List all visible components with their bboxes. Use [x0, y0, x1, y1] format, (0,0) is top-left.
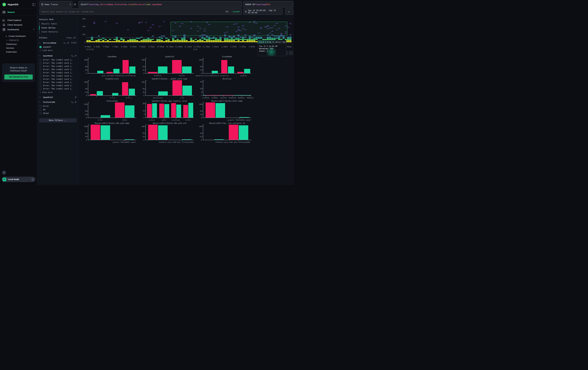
tab-event-patterns[interactable]: Event Patterns [39, 30, 77, 34]
sidebar-item-clickhouse[interactable]: ClickHouse [0, 42, 37, 46]
filter-option[interactable]: Error: The credit card (… [40, 61, 77, 65]
checkbox[interactable] [40, 81, 42, 83]
checkbox-label: Ok [43, 109, 45, 111]
filter-group-statuscode[interactable]: StatusCode [39, 100, 77, 104]
clear-group-button[interactable]: Clear [71, 42, 77, 44]
tab-event-deltas[interactable]: Event Deltas [39, 26, 77, 30]
sidebar-item-client-sessions[interactable]: Client Sessions [0, 22, 37, 27]
y-tick-label: 50 [138, 88, 144, 90]
sidebar-item-kubernetes[interactable]: Kubernetes [0, 50, 37, 54]
search-icon[interactable] [71, 101, 73, 103]
more-filters-button[interactable]: More filters [39, 118, 77, 122]
filter-option[interactable]: Error: The credit card (… [40, 71, 77, 74]
checkbox[interactable] [40, 75, 42, 77]
filter-option[interactable]: Error: The credit card (… [40, 87, 77, 90]
pin-icon[interactable] [74, 55, 77, 57]
x-tick [152, 118, 152, 119]
pin-icon[interactable] [74, 101, 77, 103]
checkbox[interactable] [40, 112, 42, 114]
checkbox-checked[interactable]: ✓ [40, 46, 42, 48]
show-more-button[interactable]: Show more [40, 91, 53, 94]
checkbox[interactable] [40, 69, 42, 71]
sidebar-collapse-icon[interactable] [32, 3, 35, 6]
x-tick [164, 118, 164, 119]
inlier-bar [182, 66, 192, 73]
lang-sql-toggle[interactable]: SQL [225, 10, 229, 13]
date-range-picker[interactable]: Sep 14 18:00:00 - Sep 15 05:30:00 [243, 8, 283, 15]
search-icon[interactable] [63, 42, 65, 44]
checkbox[interactable] [40, 72, 42, 74]
checkbox[interactable] [40, 88, 42, 90]
get-started-button[interactable]: Get Started for Free [4, 74, 33, 80]
search-input[interactable] [42, 10, 224, 13]
checkbox[interactable] [40, 109, 42, 111]
sidebar: ⚡ HyperDX Search Chart Explorer Client S… [0, 0, 37, 185]
filter-group-spankind[interactable]: SpanKind [39, 96, 77, 99]
chart-plot: 02550100payment-7985c8969c-mwmw7 [88, 125, 136, 140]
inlier-bar [97, 71, 103, 73]
y-axis-tick: 200 [79, 33, 85, 36]
checkbox[interactable] [40, 78, 42, 80]
filter-option[interactable]: Error [40, 105, 77, 108]
logo-row: ⚡ HyperDX [2, 2, 35, 7]
x-tick [232, 96, 233, 97]
y-tick-label: 100 [138, 81, 144, 83]
heatmap-tooltip: Click & Drag to Select Data Sep 15 5:10:… [258, 40, 286, 56]
tab-results-table[interactable]: Results Table [39, 22, 77, 26]
x-tick [129, 73, 130, 74]
sidebar-item-dashboards[interactable]: Dashboards [0, 27, 37, 32]
checkbox[interactable] [40, 59, 42, 61]
y-tick-label: 50 [81, 132, 87, 134]
inlier-bar [240, 117, 249, 118]
lang-lucene-toggle[interactable]: Lucene [233, 10, 240, 13]
pin-icon[interactable] [67, 42, 69, 44]
help-button[interactable]: ? [2, 170, 6, 175]
filter-group-spanname[interactable]: SpanName [39, 54, 77, 57]
order-by-input[interactable]: ORDER BY Timestamp DESC [243, 1, 293, 8]
checkbox[interactable] [40, 105, 42, 107]
x-axis-tick: 6:30pm [94, 46, 100, 48]
sidebar-item-chart-explorer[interactable]: Chart Explorer [0, 18, 37, 22]
checkbox[interactable] [40, 62, 42, 64]
y-tick-dash [145, 89, 145, 89]
local-mode-button[interactable]: U Local mode › [2, 177, 35, 182]
x-tick [158, 73, 158, 74]
filter-option[interactable]: Error: The credit card (… [40, 68, 77, 71]
filter-option[interactable]: Error: The credit card (… [40, 81, 77, 84]
y-tick-dash [145, 133, 145, 133]
chart-title: ResourceAttributes.k8s.pod.name [88, 122, 136, 124]
clear-all-button[interactable]: Clear all [66, 37, 76, 39]
sql-select-input[interactable]: SELECT Timestamp, ServiceName, StatusCod… [78, 1, 242, 8]
search-icon[interactable] [71, 55, 73, 57]
filter-option[interactable]: Error: The credit card (… [40, 65, 77, 68]
next-page-button[interactable]: › [289, 51, 293, 55]
y-tick-label: 0 [81, 72, 87, 74]
sidebar-item-label: Dashboards [7, 28, 19, 31]
filter-option[interactable]: Unset [40, 112, 77, 115]
sidebar-item-search[interactable]: Search [0, 10, 37, 14]
y-tick-dash [87, 126, 88, 127]
y-tick-label: 25 [196, 69, 202, 71]
outlier-bar [237, 72, 243, 73]
filter-option[interactable]: Error: The credit card (… [40, 78, 77, 81]
presets-toggle[interactable]: PRESETS [0, 38, 37, 42]
checkbox[interactable] [40, 85, 42, 87]
checkbox-label: Error: The credit card (… [43, 59, 72, 61]
gear-icon[interactable]: ⚙ [74, 3, 76, 6]
filter-option[interactable]: Error: The credit card (… [40, 58, 77, 61]
heatmap-selection-rect[interactable] [171, 22, 287, 36]
clickhouse-cloud-promo: Ready to deploy on ClickHouse Cloud? Get… [2, 64, 35, 82]
filter-option[interactable]: Error: The credit card (… [40, 84, 77, 87]
create-dashboard-button[interactable]: + Create Dashboard [0, 34, 37, 38]
run-query-button[interactable]: ▷ [285, 8, 293, 15]
mini-chart-resourceattribu-ice-instance-id: ResourceAttribu..ice.instance.id02550100… [195, 122, 253, 143]
filter-option[interactable]: Ok [40, 108, 77, 111]
sidebar-item-services[interactable]: Services [0, 46, 37, 50]
checkbox[interactable] [40, 65, 42, 67]
filter-option[interactable]: Error: The credit card (… [40, 74, 77, 78]
source-select[interactable]: Demo Traces ▲▼ [40, 1, 73, 8]
filter-option[interactable]: ✓payment [40, 45, 77, 49]
filter-group-servicename[interactable]: ServiceName Clear [39, 41, 77, 44]
load-more-button[interactable]: Load more [40, 49, 53, 52]
pin-icon[interactable] [74, 96, 77, 98]
